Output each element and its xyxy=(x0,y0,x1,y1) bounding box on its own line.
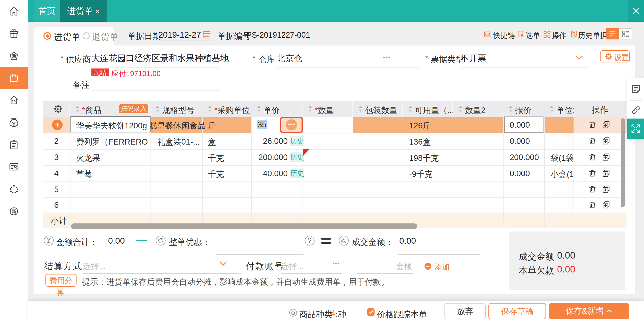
svg-text:新: 新 xyxy=(12,209,16,214)
